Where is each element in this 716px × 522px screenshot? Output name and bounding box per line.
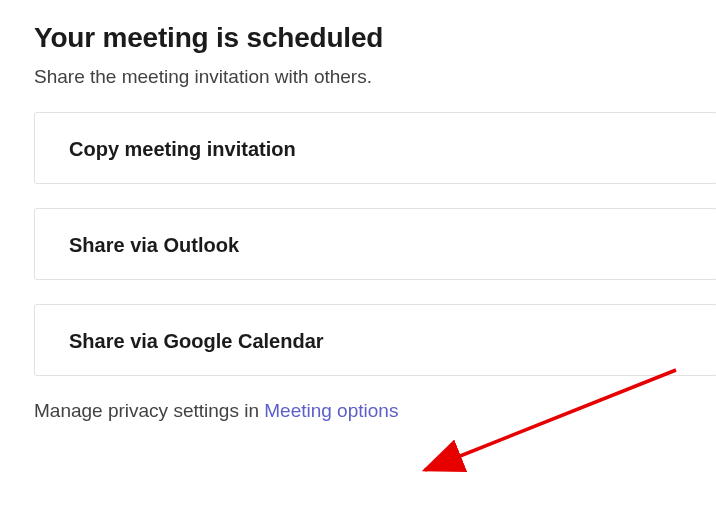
share-google-calendar-button[interactable]: Share via Google Calendar bbox=[34, 304, 716, 376]
copy-invitation-button[interactable]: Copy meeting invitation bbox=[34, 112, 716, 184]
meeting-options-link[interactable]: Meeting options bbox=[264, 400, 398, 421]
page-title: Your meeting is scheduled bbox=[34, 22, 716, 54]
page-subtitle: Share the meeting invitation with others… bbox=[34, 66, 716, 88]
share-outlook-button[interactable]: Share via Outlook bbox=[34, 208, 716, 280]
privacy-prefix-text: Manage privacy settings in bbox=[34, 400, 264, 421]
privacy-settings-line: Manage privacy settings in Meeting optio… bbox=[34, 400, 716, 422]
